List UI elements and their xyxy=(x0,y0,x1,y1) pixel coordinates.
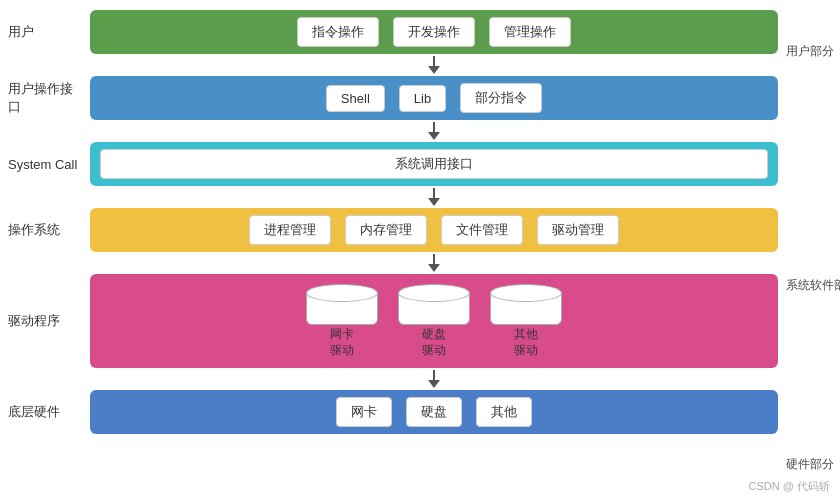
layer-user-row: 用户 指令操作 开发操作 管理操作 xyxy=(8,10,778,54)
cyl-shape-0 xyxy=(306,284,378,325)
content-driver: 网卡驱动 硬盘驱动 xyxy=(90,274,778,368)
right-side-labels: 用户部分 系统软件部分 硬件部分 xyxy=(778,10,832,492)
side-label-hw: 硬件部分 xyxy=(782,456,834,473)
content-syscall: 系统调用接口 xyxy=(90,142,778,186)
syscall-box: 系统调用接口 xyxy=(100,149,768,179)
box-iface-2: 部分指令 xyxy=(460,83,542,113)
box-iface-0: Shell xyxy=(326,85,385,112)
cylinder-2: 其他驱动 xyxy=(490,284,562,358)
layer-driver-row: 驱动程序 网卡驱动 xyxy=(8,274,778,368)
syscall-box-wrap: 系统调用接口 xyxy=(100,149,768,179)
side-label-system: 系统软件部分 xyxy=(782,277,840,294)
content-user: 指令操作 开发操作 管理操作 xyxy=(90,10,778,54)
arrow-5 xyxy=(8,368,778,390)
box-group-iface: Shell Lib 部分指令 xyxy=(326,83,542,113)
layer-iface-row: 用户操作接口 Shell Lib 部分指令 xyxy=(8,76,778,120)
side-user-part: 用户部分 xyxy=(782,34,832,70)
box-os-2: 文件管理 xyxy=(441,215,523,245)
cyl-top-0 xyxy=(306,284,378,302)
label-user: 用户 xyxy=(8,10,90,54)
label-hw: 底层硬件 xyxy=(8,390,90,434)
box-iface-1: Lib xyxy=(399,85,446,112)
layer-os-row: 操作系统 进程管理 内存管理 文件管理 驱动管理 xyxy=(8,208,778,252)
arrow-3 xyxy=(8,186,778,208)
box-os-0: 进程管理 xyxy=(249,215,331,245)
box-user-0: 指令操作 xyxy=(297,17,379,47)
box-os-1: 内存管理 xyxy=(345,215,427,245)
label-syscall: System Call xyxy=(8,142,90,186)
side-hw-part: 硬件部分 xyxy=(782,446,832,482)
brace-spacer-1 xyxy=(782,89,832,177)
box-os-3: 驱动管理 xyxy=(537,215,619,245)
cylinder-1: 硬盘驱动 xyxy=(398,284,470,358)
cyl-label-2: 其他驱动 xyxy=(514,327,538,358)
cyl-label-1: 硬盘驱动 xyxy=(422,327,446,358)
cylinder-group: 网卡驱动 硬盘驱动 xyxy=(306,284,562,358)
arrow-1 xyxy=(8,54,778,76)
box-hw-0: 网卡 xyxy=(336,397,392,427)
layers-area: 用户 指令操作 开发操作 管理操作 用户操作接口 xyxy=(8,10,778,492)
box-hw-2: 其他 xyxy=(476,397,532,427)
cyl-shape-1 xyxy=(398,284,470,325)
side-system-part: 系统软件部分 xyxy=(782,196,832,376)
cyl-top-1 xyxy=(398,284,470,302)
arrow-4 xyxy=(8,252,778,274)
arrow-2 xyxy=(8,120,778,142)
layer-syscall-row: System Call 系统调用接口 xyxy=(8,142,778,186)
label-os: 操作系统 xyxy=(8,208,90,252)
box-user-1: 开发操作 xyxy=(393,17,475,47)
box-group-os: 进程管理 内存管理 文件管理 驱动管理 xyxy=(249,215,619,245)
content-hw: 网卡 硬盘 其他 xyxy=(90,390,778,434)
box-hw-1: 硬盘 xyxy=(406,397,462,427)
label-driver: 驱动程序 xyxy=(8,274,90,368)
cyl-top-2 xyxy=(490,284,562,302)
cyl-shape-2 xyxy=(490,284,562,325)
cyl-label-0: 网卡驱动 xyxy=(330,327,354,358)
label-iface: 用户操作接口 xyxy=(8,76,90,120)
box-user-2: 管理操作 xyxy=(489,17,571,47)
layer-hw-row: 底层硬件 网卡 硬盘 其他 xyxy=(8,390,778,434)
box-group-user: 指令操作 开发操作 管理操作 xyxy=(297,17,571,47)
content-os: 进程管理 内存管理 文件管理 驱动管理 xyxy=(90,208,778,252)
content-iface: Shell Lib 部分指令 xyxy=(90,76,778,120)
cylinder-0: 网卡驱动 xyxy=(306,284,378,358)
side-label-user: 用户部分 xyxy=(782,43,834,60)
watermark: CSDN @ 代码斩 xyxy=(749,479,830,494)
brace-spacer-2 xyxy=(782,395,832,427)
box-group-hw: 网卡 硬盘 其他 xyxy=(336,397,532,427)
